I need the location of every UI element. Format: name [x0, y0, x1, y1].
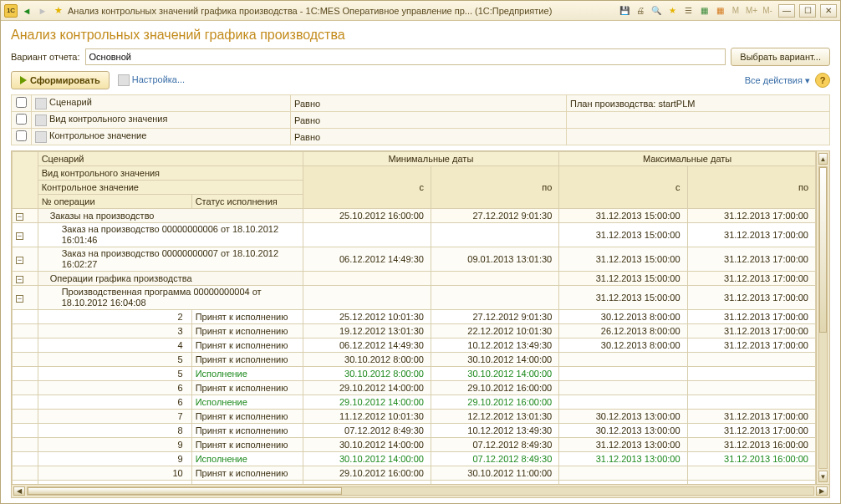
mem-m-icon[interactable]: M — [729, 4, 742, 18]
row-label: Заказ на производство 00000000007 от 18.… — [38, 247, 303, 272]
report-table: Сценарий Минимальные даты Максимальные д… — [12, 151, 816, 484]
select-variant-button[interactable]: Выбрать вариант... — [731, 48, 830, 66]
hscroll-track[interactable] — [27, 486, 814, 496]
max-start: 30.12.2013 8:00:00 — [559, 339, 687, 353]
operation-row[interactable]: 6Принят к исполнению 29.10.2012 14:00:00… — [13, 381, 816, 395]
min-end: 30.10.2012 11:00:00 — [431, 466, 558, 481]
form-button[interactable]: Сформировать — [11, 71, 110, 89]
calc-icon[interactable]: ▦ — [697, 4, 711, 18]
filter-checkbox[interactable] — [16, 97, 27, 108]
max-end: 31.12.2013 17:00:00 — [687, 324, 815, 339]
maximize-button[interactable]: ☐ — [799, 4, 816, 18]
min-start: 19.12.2012 13:01:30 — [303, 324, 431, 339]
minimize-button[interactable]: — — [778, 4, 795, 18]
hscroll-thumb[interactable] — [28, 487, 342, 495]
close-button[interactable]: ✕ — [820, 4, 837, 18]
row-gutter: − — [13, 272, 38, 286]
min-end — [431, 286, 558, 310]
scroll-left-button[interactable]: ◀ — [13, 486, 25, 496]
scroll-right-button[interactable]: ▶ — [816, 486, 828, 496]
filter-value — [567, 129, 830, 145]
titlebar-tools: 💾 🖨 🔍 ★ ☰ ▦ ▦ M M+ M- — ☐ ✕ — [618, 4, 837, 18]
row-gutter: − — [13, 247, 38, 272]
window-title: Анализ контрольных значений графика прои… — [68, 6, 618, 16]
operation-row[interactable]: 10Принят к исполнению 29.10.2012 16:00:0… — [13, 466, 816, 481]
all-actions-link[interactable]: Все действия ▾ — [745, 75, 810, 86]
min-end: 30.10.2012 14:00:00 — [431, 367, 558, 381]
operation-row[interactable]: 5Принят к исполнению 30.10.2012 8:00:00 … — [13, 353, 816, 367]
operation-row[interactable]: 6Исполнение 29.10.2012 14:00:00 29.10.20… — [13, 395, 816, 410]
help-button[interactable]: ? — [815, 73, 830, 88]
min-end: 10.12.2012 13:49:30 — [431, 339, 558, 353]
tree-toggle[interactable]: − — [16, 257, 23, 264]
preview-icon[interactable]: 🔍 — [650, 4, 663, 18]
op-status: Исполнение — [191, 395, 303, 410]
tree-toggle[interactable]: − — [16, 213, 23, 221]
operation-row[interactable]: 3Принят к исполнению 19.12.2012 13:01:30… — [13, 324, 816, 339]
scroll-down-button[interactable]: ▼ — [818, 471, 828, 482]
app-icon: 1C — [4, 4, 18, 18]
calendar-icon[interactable]: ▦ — [713, 4, 726, 18]
star-icon[interactable]: ★ — [52, 4, 65, 18]
min-start — [303, 272, 431, 286]
group-row[interactable]: − Заказы на производство 25.10.2012 16:0… — [13, 209, 816, 223]
scroll-up-button[interactable]: ▲ — [818, 153, 828, 165]
mem-mminus-icon[interactable]: M- — [761, 4, 774, 18]
vertical-scrollbar[interactable]: ▲ ▼ — [816, 151, 829, 484]
op-status: Принят к исполнению — [191, 353, 303, 367]
min-start: 30.10.2012 8:00:00 — [303, 367, 431, 381]
operation-row[interactable]: 8Принят к исполнению 07.12.2012 8:49:30 … — [13, 424, 816, 438]
max-end: 31.12.2013 17:00:00 — [687, 410, 815, 424]
group-row[interactable]: − Операции графика производства 31.12.20… — [13, 272, 816, 286]
op-no: 5 — [38, 367, 191, 381]
row-label: Заказ на производство 00000000006 от 18.… — [38, 223, 303, 247]
filter-checkbox[interactable] — [16, 114, 27, 125]
min-start: 30.10.2012 8:00:00 — [303, 353, 431, 367]
operation-row[interactable]: 5Исполнение 30.10.2012 8:00:00 30.10.201… — [13, 367, 816, 381]
operation-row[interactable]: 9Принят к исполнению 30.10.2012 14:00:00… — [13, 438, 816, 452]
vscroll-track[interactable] — [818, 166, 828, 469]
tree-toggle[interactable]: − — [16, 232, 23, 240]
max-start: 30.12.2013 13:00:00 — [559, 410, 687, 424]
save-icon[interactable]: 💾 — [618, 4, 631, 18]
max-start — [559, 353, 687, 367]
filter-checkbox[interactable] — [16, 130, 27, 141]
operation-row[interactable]: 2Принят к исполнению 25.12.2012 10:01:30… — [13, 310, 816, 324]
data-row[interactable]: − Заказ на производство 00000000007 от 1… — [13, 247, 816, 272]
variant-label: Вариант отчета: — [11, 52, 80, 62]
mem-mplus-icon[interactable]: M+ — [745, 4, 758, 18]
operation-row[interactable]: 4Принят к исполнению 06.12.2012 14:49:30… — [13, 339, 816, 353]
print-icon[interactable]: 🖨 — [634, 4, 647, 18]
back-icon[interactable]: ◄ — [20, 4, 33, 18]
favorite-icon[interactable]: ★ — [665, 4, 679, 18]
forward-icon[interactable]: ► — [36, 4, 49, 18]
row-gutter — [13, 353, 38, 367]
op-no: 9 — [38, 452, 191, 466]
operation-row[interactable]: 7Принят к исполнению 11.12.2012 10:01:30… — [13, 410, 816, 424]
horizontal-scrollbar[interactable]: ◀ ▶ — [12, 484, 829, 497]
min-end: 27.12.2012 9:01:30 — [431, 310, 558, 324]
min-start: 29.10.2012 14:00:00 — [303, 395, 431, 410]
row-gutter — [13, 367, 38, 381]
max-end: 31.12.2013 17:00:00 — [687, 223, 815, 247]
tree-toggle[interactable]: − — [16, 276, 23, 283]
data-row[interactable]: − Заказ на производство 00000000006 от 1… — [13, 223, 816, 247]
operation-row[interactable]: 9Исполнение 30.10.2012 14:00:00 07.12.20… — [13, 452, 816, 466]
row-gutter — [13, 395, 38, 410]
max-start: 30.12.2013 8:00:00 — [559, 310, 687, 324]
form-button-label: Сформировать — [30, 75, 100, 85]
op-status: Принят к исполнению — [191, 438, 303, 452]
data-row[interactable]: − Производственная программа 00000000004… — [13, 286, 816, 310]
filter-table: Сценарий Равно План производства: startP… — [11, 94, 830, 145]
op-status: Принят к исполнению — [191, 466, 303, 481]
settings-link[interactable]: Настройка... — [118, 74, 185, 86]
variant-input[interactable] — [85, 48, 726, 65]
filter-op: Равно — [291, 112, 567, 129]
tree-toggle[interactable]: − — [16, 295, 23, 303]
op-status: Принят к исполнению — [191, 339, 303, 353]
min-end: 07.12.2012 8:49:30 — [431, 452, 558, 466]
doc-icon[interactable]: ☰ — [681, 4, 695, 18]
hdr-min-from: с — [303, 166, 431, 209]
min-start: 06.12.2012 14:49:30 — [303, 247, 431, 272]
vscroll-thumb[interactable] — [819, 167, 827, 333]
